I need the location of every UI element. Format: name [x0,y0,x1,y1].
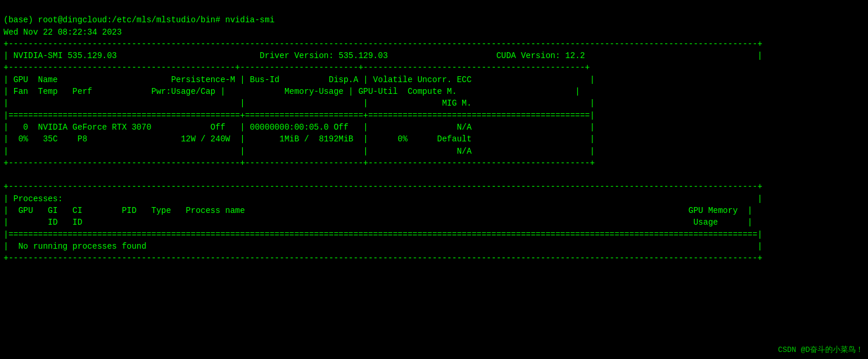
header-row2: | Fan Temp Perf Pwr:Usage/Cap | Memory-U… [4,87,580,96]
processes-bot: +---------------------------------------… [4,253,762,263]
gpu-row3: | | | N/A | [4,147,595,156]
processes-header: | Processes: | [4,194,762,204]
processes-sep: |=======================================… [4,230,762,239]
blank-line [4,170,8,180]
gpu-row1: | 0 NVIDIA GeForce RTX 3070 Off | 000000… [4,123,595,132]
processes-top: +---------------------------------------… [4,182,762,191]
line-mid1: +---------------------------------------… [4,63,590,72]
smi-info-line: | NVIDIA-SMI 535.129.03 Driver Version: … [4,51,762,60]
header-row1: | GPU Name Persistence-M | Bus-Id Disp.A… [4,75,595,84]
watermark-text: CSDN @D奋斗的小菜鸟！ [778,345,863,355]
datetime-line: Wed Nov 22 08:22:34 2023 [4,28,122,37]
processes-cols1: | GPU GI CI PID Type Process name GPU Me… [4,206,752,215]
line-top: +---------------------------------------… [4,39,762,49]
processes-none: | No running processes found | [4,242,762,251]
prompt-line: (base) root@dingcloud:/etc/mls/mlstudio/… [4,15,274,25]
processes-cols2: | ID ID Usage | [4,218,752,227]
terminal-output: (base) root@dingcloud:/etc/mls/mlstudio/… [4,2,864,265]
header-row3: | | | MIG M. | [4,99,595,108]
header-sep: |=======================================… [4,111,595,120]
line-bot: +---------------------------------------… [4,158,595,168]
gpu-row2: | 0% 35C P8 12W / 240W | 1MiB / 8192MiB … [4,134,595,144]
